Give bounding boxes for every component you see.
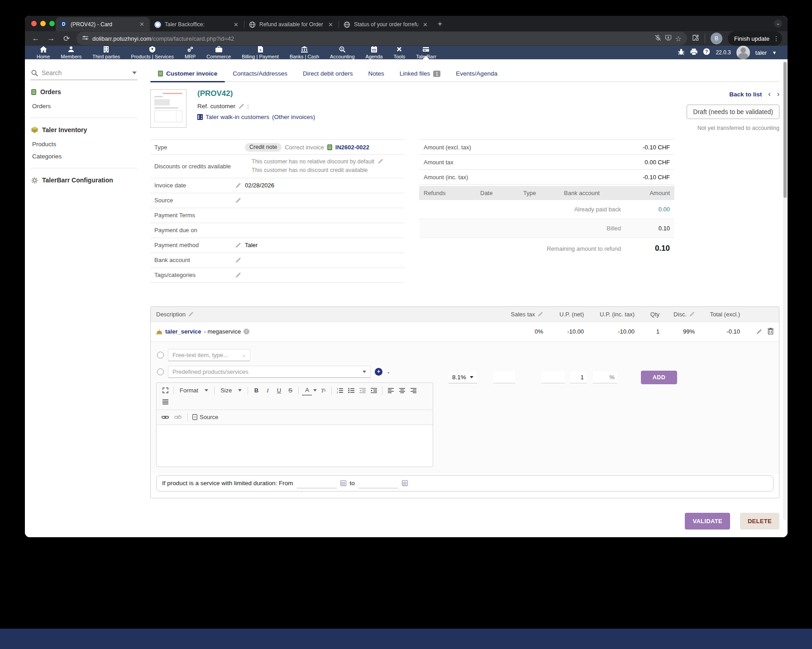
edit-invoice-date-icon[interactable] bbox=[235, 182, 245, 189]
bold-button[interactable]: B bbox=[251, 386, 261, 396]
site-settings-icon[interactable] bbox=[82, 34, 89, 43]
free-text-type-select[interactable]: Free-text item, type... ⌄ bbox=[168, 349, 250, 361]
bookmark-star-icon[interactable]: ☆ bbox=[675, 34, 682, 43]
text-color-button[interactable]: A bbox=[302, 386, 312, 396]
back-to-list-link[interactable]: Back to list bbox=[729, 91, 762, 98]
menu-tools[interactable]: Tools bbox=[388, 46, 411, 59]
text-color-caret-icon[interactable] bbox=[313, 389, 317, 391]
menu-banks-cash[interactable]: Banks | Cash bbox=[284, 46, 325, 59]
extensions-icon[interactable] bbox=[692, 34, 699, 43]
outdent-button[interactable] bbox=[358, 386, 368, 396]
menu-members[interactable]: Members bbox=[55, 46, 87, 59]
source-button[interactable]: ‹› Source bbox=[192, 414, 218, 420]
menu-talerbarr[interactable]: TalerBarr bbox=[411, 46, 442, 59]
tab-search-chevron-icon[interactable]: ⌄ bbox=[774, 19, 782, 28]
close-tab-icon[interactable]: ✕ bbox=[233, 21, 239, 28]
discount-input[interactable] bbox=[593, 372, 617, 383]
previous-record-icon[interactable]: ‹ bbox=[768, 90, 770, 98]
edit-source-icon[interactable] bbox=[235, 197, 245, 204]
sidebar-config-heading[interactable]: TalerBarr Configuration bbox=[31, 177, 137, 184]
browser-profile-avatar[interactable]: B bbox=[711, 33, 722, 44]
forward-button[interactable]: → bbox=[46, 34, 57, 43]
calendar-from-icon[interactable] bbox=[340, 480, 346, 486]
zoom-window-button[interactable] bbox=[49, 21, 55, 26]
menu-agenda[interactable]: Agenda bbox=[360, 46, 388, 59]
line-info-icon[interactable]: i bbox=[244, 329, 249, 334]
unlink-button[interactable] bbox=[173, 412, 183, 422]
tab-contacts-addresses[interactable]: Contacts/Addresses bbox=[225, 66, 295, 81]
edit-ref-customer-icon[interactable] bbox=[238, 103, 244, 110]
close-tab-icon[interactable]: ✕ bbox=[139, 21, 145, 28]
next-record-icon[interactable]: › bbox=[777, 90, 779, 98]
link-button[interactable] bbox=[160, 412, 170, 422]
edit-line-icon[interactable] bbox=[756, 329, 762, 335]
edit-salestax-icon[interactable] bbox=[537, 311, 543, 317]
minimize-window-button[interactable] bbox=[40, 21, 46, 26]
up-inc-input[interactable] bbox=[541, 372, 565, 383]
browser-menu-icon[interactable]: ⋮ bbox=[773, 35, 779, 42]
other-invoices-link[interactable]: (Other invoices) bbox=[272, 114, 315, 120]
edit-payment-method-icon[interactable] bbox=[235, 242, 245, 248]
duration-to-input[interactable] bbox=[358, 478, 398, 488]
combobox-caret-icon[interactable] bbox=[363, 371, 366, 373]
vat-rate-select[interactable]: 8.1% bbox=[449, 372, 477, 383]
edit-disc-icon[interactable] bbox=[689, 311, 695, 317]
menu-products-services[interactable]: Products | Services bbox=[125, 46, 179, 59]
remove-format-button[interactable]: Tx bbox=[318, 386, 328, 396]
close-tab-icon[interactable]: ✕ bbox=[327, 21, 334, 28]
user-avatar[interactable] bbox=[736, 46, 750, 59]
size-dropdown[interactable]: Size bbox=[218, 387, 244, 394]
align-left-button[interactable] bbox=[386, 386, 396, 396]
browser-tab[interactable]: Taler Backoffice: ✕ bbox=[150, 18, 244, 31]
calendar-to-icon[interactable] bbox=[402, 480, 408, 486]
help-icon[interactable]: ? bbox=[703, 48, 710, 57]
new-tab-button[interactable]: + bbox=[438, 19, 442, 29]
menu-home[interactable]: Home bbox=[31, 46, 55, 59]
justify-button[interactable] bbox=[160, 397, 170, 407]
edit-tags-icon[interactable] bbox=[235, 272, 245, 278]
invoice-preview-thumbnail[interactable] bbox=[150, 89, 186, 128]
add-product-caret-icon[interactable]: ⌄ bbox=[387, 369, 390, 374]
align-center-button[interactable] bbox=[397, 386, 407, 396]
sidebar-inventory-heading[interactable]: Taler Inventory bbox=[31, 126, 137, 134]
predefined-product-radio[interactable] bbox=[157, 368, 164, 375]
italic-button[interactable]: I bbox=[263, 386, 272, 396]
close-window-button[interactable] bbox=[31, 21, 37, 26]
tab-customer-invoice[interactable]: Customer invoice bbox=[150, 66, 225, 81]
ordered-list-button[interactable]: 12 bbox=[335, 386, 345, 396]
validate-button[interactable]: VALIDATE bbox=[685, 513, 730, 530]
underline-button[interactable]: U bbox=[274, 386, 284, 396]
bug-report-icon[interactable] bbox=[678, 48, 685, 57]
user-menu-chevron-icon[interactable]: ▼ bbox=[772, 50, 777, 55]
browser-tab-active[interactable]: D (PROV42) - Card ✕ bbox=[56, 17, 150, 31]
install-icon[interactable] bbox=[665, 34, 672, 43]
format-dropdown[interactable]: Format bbox=[177, 387, 211, 394]
window-controls[interactable] bbox=[31, 21, 55, 26]
qty-input[interactable] bbox=[570, 372, 587, 383]
tab-notes[interactable]: Notes bbox=[360, 66, 392, 81]
menu-commerce[interactable]: Commerce bbox=[201, 46, 236, 59]
bullet-list-button[interactable] bbox=[346, 386, 356, 396]
edit-bank-account-icon[interactable] bbox=[235, 257, 245, 263]
menu-mrp[interactable]: MRP bbox=[179, 46, 201, 59]
address-bar[interactable]: dolibarr.potuzhnyi.com/compta/facture/ca… bbox=[76, 32, 687, 45]
browser-tab[interactable]: Status of your order forrefund ✕ bbox=[339, 18, 433, 31]
edit-discount-icon[interactable] bbox=[377, 158, 383, 164]
delete-line-icon[interactable] bbox=[768, 328, 774, 336]
back-button[interactable]: ← bbox=[30, 34, 41, 43]
already-paid-back-value[interactable]: 0.00 bbox=[638, 206, 670, 213]
indent-button[interactable] bbox=[369, 386, 379, 396]
thirdparty-link[interactable]: Taler walk-in customers bbox=[205, 114, 269, 120]
delete-button[interactable]: DELETE bbox=[740, 513, 779, 530]
edit-description-icon[interactable] bbox=[188, 311, 194, 317]
finish-update-button[interactable]: Finish update ⋮ bbox=[728, 31, 782, 46]
duration-from-input[interactable] bbox=[297, 478, 337, 488]
predefined-product-combobox[interactable]: Predefined products/services bbox=[168, 366, 371, 378]
browser-tab[interactable]: Refund available for Order to ✕ bbox=[244, 18, 339, 31]
description-textarea[interactable] bbox=[157, 425, 433, 467]
add-product-icon[interactable]: + bbox=[375, 368, 382, 376]
print-icon[interactable] bbox=[690, 48, 697, 57]
up-net-input[interactable] bbox=[493, 372, 515, 383]
sidebar-item-categories[interactable]: Categories bbox=[31, 150, 137, 162]
strikethrough-button[interactable]: S bbox=[285, 386, 295, 396]
